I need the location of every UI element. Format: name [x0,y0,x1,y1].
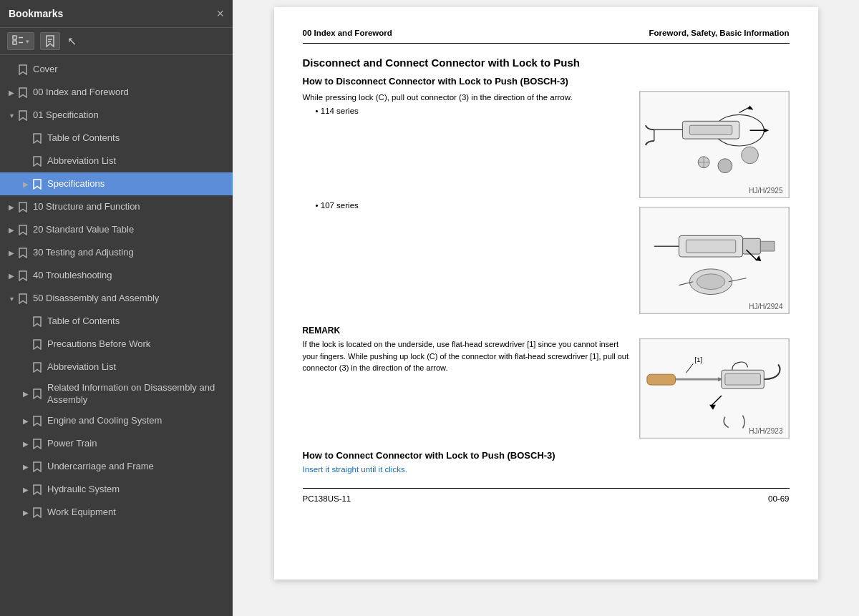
footer-right: 00-69 [768,494,789,503]
expand-arrow-undercarriage[interactable]: ▶ [20,463,31,471]
svg-rect-33 [640,339,789,439]
sidebar-item-label-40-trouble: 40 Troubleshooting [33,270,227,282]
bookmark-icon-01-specs [31,179,43,190]
sidebar-item-00-index[interactable]: ▶00 Index and Foreword [0,81,233,104]
bookmark-icon-50-precaution [31,339,43,350]
cursor-indicator: ↖ [67,34,77,48]
expand-arrow-hydraulic[interactable]: ▶ [20,486,31,494]
sidebar-item-work-equip[interactable]: ▶Work Equipment [0,502,233,524]
sidebar-toolbar: ▾ ↖ [0,28,233,55]
main-section: Disconnect and Connect Connector with Lo… [303,57,790,474]
bookmark-icon-01-abbr [31,156,43,167]
connector-sketch-svg-1 [640,91,789,198]
bookmark-icon-engine [31,416,43,426]
sidebar-item-label-01-spec: 01 Specification [33,109,227,122]
sidebar-header: Bookmarks × [0,0,233,28]
sidebar-item-01-toc[interactable]: Table of Contents [0,127,233,150]
sidebar-item-cover[interactable]: Cover [0,58,233,81]
svg-rect-23 [686,240,735,253]
connector-image-1: HJ/H/2925 [639,91,790,198]
expand-arrow-50-disassy[interactable]: ▾ [6,295,17,303]
bookmark-icon-20-std [17,225,29,235]
svg-point-18 [741,147,758,164]
sidebar-item-01-specs[interactable]: ▶Specifications [0,172,233,195]
sidebar-item-20-std[interactable]: ▶20 Standard Value Table [0,218,233,241]
sidebar-item-label-20-std: 20 Standard Value Table [33,224,227,236]
list-view-button[interactable]: ▾ [7,32,34,50]
connector-image-3: [1] HJ/H/2923 [639,338,790,439]
bookmark-icon-50-disassy [17,293,29,304]
connector-sketch-svg-3: [1] [640,338,789,439]
sidebar-item-label-00-index: 00 Index and Foreword [33,87,227,99]
img1-caption: HJ/H/2925 [749,187,782,195]
bookmark-icon-undercarriage [31,461,43,472]
sidebar-item-label-01-specs: Specifications [47,178,227,190]
sidebar-item-50-precaution[interactable]: Precautions Before Work [0,333,233,356]
sidebar-item-power-train[interactable]: ▶Power Train [0,433,233,456]
expand-arrow-engine[interactable]: ▶ [20,417,31,425]
document-page: 00 Index and Foreword Foreword, Safety, … [274,7,818,580]
expand-arrow-01-spec[interactable]: ▾ [6,112,17,119]
expand-arrow-00-index[interactable]: ▶ [6,89,17,97]
subsection2-title: How to Connect Connector with Lock to Pu… [303,450,790,461]
sidebar-item-engine[interactable]: ▶Engine and Cooling System [0,410,233,433]
subsection1-content: While pressing lock (C), pull out connec… [303,91,790,314]
dropdown-arrow: ▾ [26,38,29,45]
expand-arrow-20-std[interactable]: ▶ [6,226,17,234]
bookmark-icon-cover [17,64,29,75]
bookmark-panel-button[interactable] [40,32,60,50]
bullet2: • 107 series [316,201,628,210]
sidebar-item-01-spec[interactable]: ▾01 Specification [0,104,233,127]
expand-arrow-50-related[interactable]: ▶ [20,390,31,398]
sidebar-item-label-cover: Cover [33,64,227,76]
sidebar-item-50-toc[interactable]: Table of Contents [0,310,233,333]
sidebar-item-50-disassy[interactable]: ▾50 Disassembly and Assembly [0,287,233,310]
svg-rect-38 [724,373,760,385]
sidebar-item-hydraulic[interactable]: ▶Hydraulic System [0,479,233,502]
sidebar-item-label-50-disassy: 50 Disassembly and Assembly [33,293,227,305]
sidebar-item-label-work-equip: Work Equipment [47,507,227,519]
sidebar-item-01-abbr[interactable]: Abbreviation List [0,150,233,172]
sidebar-item-10-struct[interactable]: ▶10 Structure and Function [0,195,233,218]
subsection2-section: How to Connect Connector with Lock to Pu… [303,450,790,474]
doc-footer: PC138US-11 00-69 [303,488,790,503]
connector-sketch-svg-2 [640,207,789,314]
bookmark-icon-50-related [31,388,43,399]
doc-header: 00 Index and Foreword Foreword, Safety, … [303,29,790,44]
sidebar-item-50-abbr[interactable]: Abbreviation List [0,356,233,378]
doc-header-right: Foreword, Safety, Basic Information [649,29,790,37]
subsection1-text-col: While pressing lock (C), pull out connec… [303,91,628,212]
list-icon [12,35,24,47]
subsection2-link: Insert it straight until it clicks. [303,465,790,474]
close-icon[interactable]: × [216,7,224,20]
svg-rect-21 [640,207,789,314]
sidebar-item-50-related[interactable]: ▶Related Information on Disassembly and … [0,378,233,410]
sidebar-item-40-trouble[interactable]: ▶40 Troubleshooting [0,264,233,287]
sidebar-item-label-10-struct: 10 Structure and Function [33,201,227,213]
bookmark-icon-10-struct [17,202,29,212]
expand-arrow-10-struct[interactable]: ▶ [6,203,17,211]
sidebar-item-label-undercarriage: Undercarriage and Frame [47,461,227,473]
sidebar-item-label-50-related: Related Information on Disassembly and A… [47,382,227,406]
bookmark-icon-50-abbr [31,362,43,373]
sidebar-tree[interactable]: Cover▶00 Index and Foreword▾01 Specifica… [0,55,233,616]
svg-rect-25 [742,238,760,254]
bookmark-icon-40-trouble [17,270,29,281]
sidebar-item-label-01-toc: Table of Contents [47,132,227,145]
expand-arrow-power-train[interactable]: ▶ [20,440,31,448]
svg-rect-0 [13,36,16,39]
expand-arrow-40-trouble[interactable]: ▶ [6,272,17,280]
doc-header-left: 00 Index and Foreword [303,29,392,37]
sidebar: Bookmarks × ▾ ↖ Cover▶00 Index [0,0,233,616]
remark-section: REMARK If the lock is located on the und… [303,326,790,439]
svg-rect-9 [689,125,732,135]
expand-arrow-work-equip[interactable]: ▶ [20,509,31,517]
expand-arrow-01-specs[interactable]: ▶ [20,180,31,188]
sidebar-item-label-engine: Engine and Cooling System [47,415,227,427]
remark-content: If the lock is located on the underside,… [303,338,790,439]
sidebar-item-undercarriage[interactable]: ▶Undercarriage and Frame [0,456,233,479]
svg-rect-1 [13,41,16,44]
expand-arrow-30-test[interactable]: ▶ [6,249,17,257]
sidebar-item-30-test[interactable]: ▶30 Testing and Adjusting [0,241,233,264]
sidebar-item-label-50-precaution: Precautions Before Work [47,338,227,351]
